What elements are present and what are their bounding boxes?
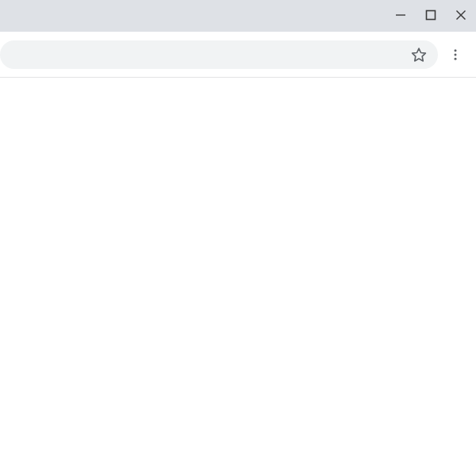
window-controls [386,3,476,27]
bookmark-button[interactable] [408,44,430,66]
minimize-button[interactable] [386,3,416,27]
close-icon [455,10,466,21]
maximize-button[interactable] [416,3,446,27]
svg-point-7 [455,57,457,59]
more-vertical-icon [448,48,463,62]
svg-point-6 [455,53,457,55]
svg-point-5 [455,49,457,52]
star-icon [411,47,427,63]
titlebar [0,0,476,32]
svg-marker-4 [413,48,426,61]
maximize-icon [425,10,436,21]
page-content [0,78,476,474]
address-bar[interactable] [0,40,438,69]
close-button[interactable] [446,3,476,27]
minimize-icon [395,10,406,21]
menu-button[interactable] [440,39,471,71]
svg-rect-1 [427,11,436,20]
toolbar [0,32,476,78]
